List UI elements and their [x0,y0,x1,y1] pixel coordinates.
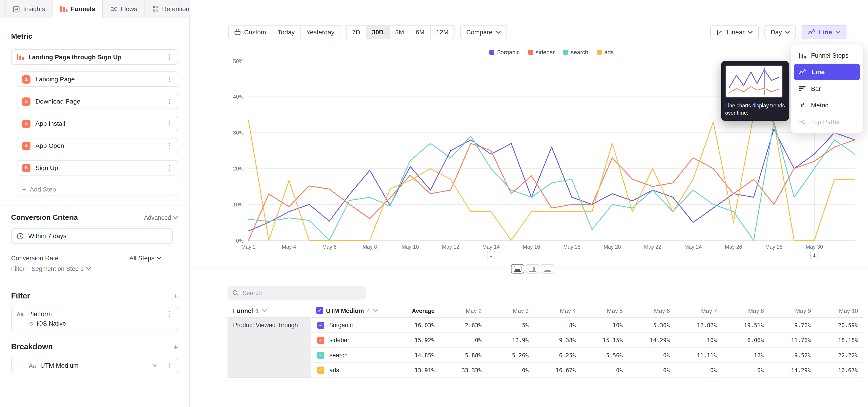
column-header-may-7[interactable]: May 7 [674,307,721,314]
date-button-custom[interactable]: Custom [228,26,272,39]
column-header-may-3[interactable]: May 3 [486,307,533,314]
legend-item-organic[interactable]: $organic [490,49,520,55]
funnel-metric-header[interactable]: Landing Page through Sign Up ⋮ [11,49,178,65]
funnel-step-app-open[interactable]: 4App Open⋮ [17,138,178,154]
funnel-step-app-install[interactable]: 3App Install⋮ [17,116,178,131]
date-button-yesterday[interactable]: Yesterday [300,26,340,39]
kebab-menu-icon[interactable]: ⋮ [166,164,173,171]
column-header-may-5[interactable]: May 5 [580,307,627,314]
legend-item-ads[interactable]: ads [596,49,614,55]
date-button-today[interactable]: Today [272,26,301,39]
row-checkbox[interactable]: ✓ [317,366,324,374]
column-header-may-8[interactable]: May 8 [721,307,768,314]
funnel-step-sign-up[interactable]: 5Sign Up⋮ [17,160,178,176]
add-step-button[interactable]: + Add Step [17,183,178,196]
range-button-6m[interactable]: 6M [410,26,430,39]
divider [0,205,189,205]
side-by-side-view-button[interactable] [526,264,539,274]
kebab-menu-icon[interactable]: ⋮ [166,76,173,83]
select-all-checkbox[interactable]: ✓ [316,307,323,314]
x-axis-label: May 2 [241,244,256,250]
search-input[interactable] [243,290,361,296]
chart-type-option-funnel-steps[interactable]: Funnel Steps [794,47,860,64]
legend-item-search[interactable]: search [563,49,588,55]
tab-funnels[interactable]: Funnels [53,0,103,18]
remove-breakdown-icon[interactable]: ✕ [153,363,157,369]
day-value: 2.63% [439,318,486,333]
divider [0,281,189,281]
day-value: 8% [533,318,580,333]
compare-button[interactable]: Compare [460,25,507,39]
day-value: 0% [674,363,721,378]
series-line-ads[interactable] [249,115,855,240]
row-group-label[interactable]: Product Viewed through P... [228,318,311,378]
row-checkbox[interactable]: ✓ [317,337,324,344]
filter-value[interactable]: iOS Native [37,320,66,327]
y-axis-label: 10% [212,201,244,208]
tab-retention[interactable]: Retention [145,0,197,18]
series-line-search[interactable] [249,122,855,240]
linear-scale-icon [716,29,723,36]
string-type-icon: Aa [29,363,36,369]
line-chart-preview [725,65,783,98]
chart-and-table-view-button[interactable] [511,264,524,274]
kebab-menu-icon[interactable]: ⋮ [166,142,173,149]
chevron-down-icon [373,309,378,312]
add-filter-button[interactable]: + [174,291,178,300]
column-header-average[interactable]: Average [388,307,439,314]
scale-dropdown-button[interactable]: Linear [710,25,759,39]
drag-handle-icon[interactable]: ⋮⋮ [17,363,24,368]
tab-flows[interactable]: Flows [103,0,145,18]
range-button-3m[interactable]: 3M [389,26,410,39]
conversion-rate-dropdown[interactable]: All Steps [129,255,162,261]
annotation-marker[interactable]: 1 [810,251,818,259]
table-only-view-button[interactable] [541,264,554,274]
table-row-organic[interactable]: ✓$organic [311,318,388,333]
chart-type-option-bar[interactable]: Bar [794,80,860,97]
column-header-may-10[interactable]: May 10 [815,307,862,314]
column-header-may-9[interactable]: May 9 [768,307,815,314]
column-header-may-6[interactable]: May 6 [627,307,674,314]
day-value: 20.59% [815,318,862,333]
funnel-step-download-page[interactable]: 2Download Page⋮ [17,94,178,109]
column-header-may-2[interactable]: May 2 [439,307,486,314]
series-name: $organic [329,322,352,328]
column-header-utm-medium[interactable]: ✓ UTM Medium 4 [311,307,388,314]
funnel-name: Landing Page through Sign Up [28,54,122,60]
range-button-12m[interactable]: 12M [430,26,454,39]
chart-type-dropdown-button[interactable]: Line [802,25,846,39]
column-header-may-4[interactable]: May 4 [533,307,580,314]
funnel-step-landing-page[interactable]: 1Landing Page⋮ [17,71,178,87]
kebab-menu-icon[interactable]: ⋮ [166,120,173,127]
range-button-30d[interactable]: 30D [366,26,389,39]
row-checkbox[interactable]: ✓ [317,321,324,329]
chart-type-option-metric[interactable]: #Metric [794,97,860,114]
row-checkbox[interactable]: ✓ [317,351,324,358]
filter-segment-dropdown[interactable]: Filter + Segment on Step 1 [11,265,178,272]
conversion-window-control[interactable]: Within 7 days [11,228,173,244]
legend-item-sidebar[interactable]: sidebar [528,49,555,55]
column-header-funnel[interactable]: Funnel 1 [228,307,311,314]
tab-insights[interactable]: Insights [5,0,53,18]
annotation-marker[interactable]: 1 [487,251,495,259]
kebab-menu-icon[interactable]: ⋮ [166,362,173,369]
breakdown-card-utm-medium[interactable]: ⋮⋮ Aa UTM Medium ✕ ⋮ [11,358,178,373]
step-label: Download Page [35,98,81,104]
kebab-menu-icon[interactable]: ⋮ [166,98,173,104]
kebab-menu-icon[interactable]: ⋮ [166,311,173,317]
filter-operator[interactable]: Is [28,320,33,327]
series-line-sidebar[interactable] [249,140,855,240]
table-row-search[interactable]: ✓search [311,348,388,363]
day-value: 5.56% [580,348,627,363]
table-row-sidebar[interactable]: ✓sidebar [311,333,388,348]
advanced-dropdown[interactable]: Advanced [144,214,178,221]
granularity-dropdown-button[interactable]: Day [765,25,796,39]
chevron-down-icon [785,31,790,34]
chart-type-option-line[interactable]: Line [794,64,860,80]
range-button-7d[interactable]: 7D [346,26,366,39]
kebab-menu-icon[interactable]: ⋮ [166,54,173,60]
table-row-ads[interactable]: ✓ads [311,363,388,378]
table-search-box[interactable] [228,286,366,300]
filter-card-platform[interactable]: Aa Platform ⋮ Is iOS Native [11,307,178,331]
add-breakdown-button[interactable]: + [174,343,178,351]
